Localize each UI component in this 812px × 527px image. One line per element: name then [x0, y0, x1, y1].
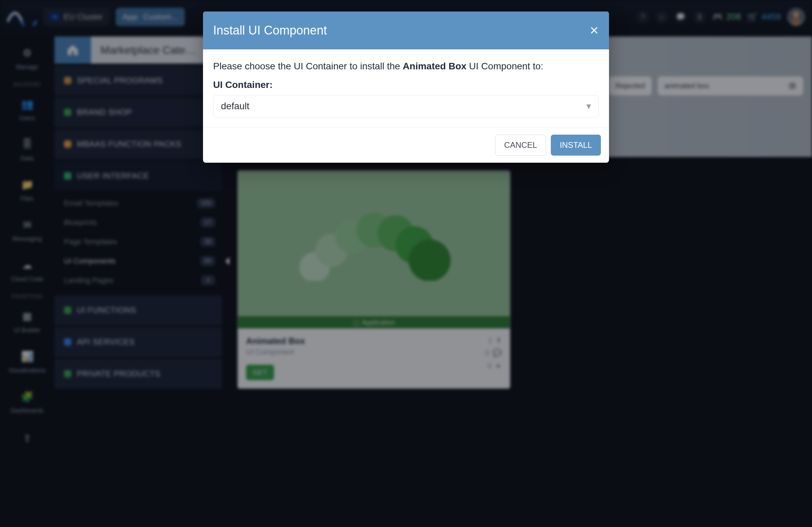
modal-lead-component: Animated Box	[403, 61, 466, 71]
modal-lead-prefix: Please choose the UI Container to instal…	[213, 61, 403, 71]
ui-container-value: default	[221, 101, 249, 112]
modal-lead: Please choose the UI Container to instal…	[213, 60, 599, 73]
modal-overlay[interactable]: Install UI Component ✕ Please choose the…	[0, 0, 812, 527]
install-button-label: INSTALL	[560, 141, 592, 150]
install-button[interactable]: INSTALL	[551, 135, 601, 156]
modal-title: Install UI Component	[213, 23, 327, 38]
ui-container-select[interactable]: default ▾	[213, 95, 599, 117]
cancel-button[interactable]: CANCEL	[495, 135, 546, 156]
cancel-button-label: CANCEL	[504, 141, 537, 150]
ui-container-label: UI Container:	[213, 79, 599, 90]
install-modal: Install UI Component ✕ Please choose the…	[203, 12, 609, 163]
close-icon[interactable]: ✕	[589, 24, 599, 37]
chevron-down-icon: ▾	[586, 101, 591, 112]
modal-lead-suffix: UI Component to:	[467, 61, 543, 71]
